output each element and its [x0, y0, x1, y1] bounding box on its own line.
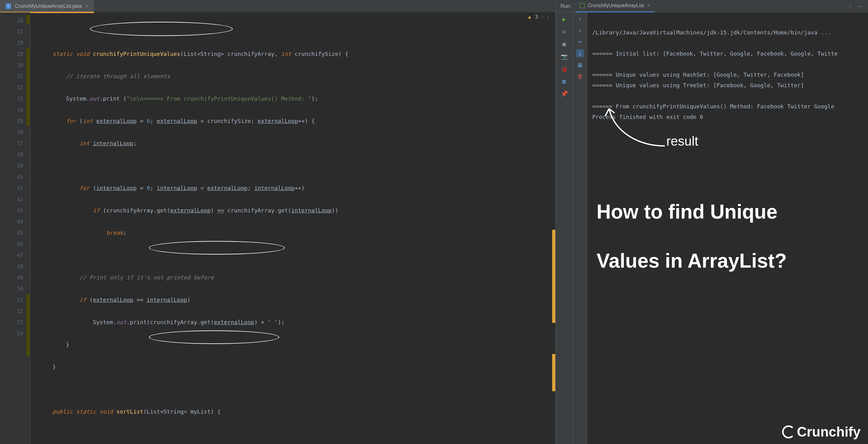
warning-count: 3 — [535, 14, 538, 20]
pin-icon[interactable]: 📌 — [561, 90, 568, 97]
down-icon[interactable]: ↓ — [577, 27, 584, 33]
gear-icon[interactable]: ⚙ — [561, 28, 568, 35]
up-icon[interactable]: ↑ — [577, 16, 584, 22]
run-action-gutter: ▶ ⚙ ■ 📷 🐞 ▥ 📌 — [556, 12, 573, 444]
gutter-line: 44 — [0, 216, 23, 227]
inspection-bar: ▲ 3 ↑ ↓ — [527, 14, 549, 20]
gutter-line: 34 — [0, 104, 23, 116]
run-header: Run: CrunchifyUniqueArrayList × ⋮ — — [556, 0, 868, 12]
stop-icon[interactable]: ■ — [561, 40, 568, 47]
editor-tab-bar: C CrunchifyUniqueArrayList.java × — [0, 0, 555, 12]
gutter-line: 53 — [0, 317, 23, 328]
gutter-line: 28 — [0, 37, 23, 49]
gutter-line: 39 — [0, 160, 23, 171]
soft-wrap-icon[interactable]: ↩ — [577, 38, 584, 45]
more-icon[interactable]: ⋮ — [847, 3, 852, 9]
gutter-line: 46 — [0, 238, 23, 249]
gutter-line: 49 — [0, 272, 23, 283]
gutter-line: 47 — [0, 249, 23, 261]
gutter-line: 48 — [0, 261, 23, 272]
gutter-line: 42 — [0, 194, 23, 205]
console-line: /Library/Java/JavaVirtualMachines/jdk-15… — [592, 29, 831, 36]
gutter-line: 29 — [0, 49, 23, 60]
trash-icon[interactable]: 🗑 — [577, 73, 584, 80]
result-label: result — [666, 136, 698, 147]
layout-icon[interactable]: ▥ — [561, 78, 568, 85]
gutter-line: 41 — [0, 183, 23, 194]
logo-icon — [782, 425, 795, 438]
camera-icon[interactable]: 📷 — [561, 53, 568, 60]
gutter-line: 43 — [0, 205, 23, 216]
editor-stripe[interactable] — [551, 28, 555, 444]
editor-tab[interactable]: C CrunchifyUniqueArrayList.java × — [0, 0, 94, 12]
minimize-icon[interactable]: — — [858, 3, 863, 9]
console[interactable]: /Library/Java/JavaVirtualMachines/jdk-15… — [587, 12, 868, 444]
gutter-line: 31 — [0, 71, 23, 82]
close-icon[interactable]: × — [647, 3, 650, 8]
file-icon: C — [6, 3, 11, 9]
gutter-line: 38 — [0, 149, 23, 160]
gutter: 26 27 28 29 30 31 32 33 34 35 36 37 38 3… — [0, 12, 30, 444]
console-line: ====== Unique values using TreeSet: [Fac… — [592, 82, 804, 88]
editor-pane: C CrunchifyUniqueArrayList.java × 26 27 … — [0, 0, 555, 444]
bug-icon[interactable]: 🐞 — [561, 65, 568, 72]
gutter-line: 30 — [0, 60, 23, 71]
print-icon[interactable]: 🖶 — [577, 61, 584, 68]
console-line: Process finished with exit code 0 — [592, 114, 703, 120]
run-config-name: CrunchifyUniqueArrayList — [588, 3, 644, 8]
gutter-line: 51 — [0, 294, 23, 305]
gutter-line: 26 — [0, 15, 23, 26]
console-line: ====== Initial list: [Facebook, Twitter,… — [592, 50, 838, 57]
gutter-line: 32 — [0, 82, 23, 93]
console-action-gutter: ↑ ↓ ↩ ⤓ 🖶 🗑 — [573, 12, 587, 444]
code-area[interactable]: 26 27 28 29 30 31 32 33 34 35 36 37 38 3… — [0, 12, 555, 444]
promo-title: How to find Unique Values in ArrayList? — [596, 177, 787, 296]
crunchify-logo: Crunchify — [782, 425, 861, 438]
prev-highlight-icon[interactable]: ↑ — [541, 14, 544, 20]
gutter-line: 35 — [0, 116, 23, 127]
gutter-line: 40 — [0, 171, 23, 183]
config-icon — [580, 3, 585, 8]
gutter-line: 52 — [0, 305, 23, 317]
scroll-to-end-icon[interactable]: ⤓ — [576, 49, 584, 57]
next-highlight-icon[interactable]: ↓ — [547, 14, 549, 20]
rerun-icon[interactable]: ▶ — [561, 16, 568, 22]
run-pane: Run: CrunchifyUniqueArrayList × ⋮ — ▶ ⚙ … — [555, 0, 868, 444]
warning-icon[interactable]: ▲ — [527, 14, 532, 20]
gutter-line: 27 — [0, 26, 23, 37]
console-line: ====== From crunchifyPrintUniqueValues()… — [592, 103, 838, 110]
run-config-tab[interactable]: CrunchifyUniqueArrayList × — [576, 0, 655, 12]
gutter-line: 37 — [0, 138, 23, 149]
gutter-line: 33 — [0, 93, 23, 104]
code-body[interactable]: static void crunchifyPrintUniqueValues(L… — [30, 12, 555, 444]
console-line: ====== Unique values using HashSet: [Goo… — [592, 71, 804, 78]
output-area: ▶ ⚙ ■ 📷 🐞 ▥ 📌 ↑ ↓ ↩ ⤓ 🖶 🗑 /Library/Java/… — [556, 12, 868, 444]
close-icon[interactable]: × — [85, 3, 88, 9]
gutter-line: 45 — [0, 227, 23, 238]
run-label: Run: — [561, 3, 571, 9]
editor-tab-label: CrunchifyUniqueArrayList.java — [15, 3, 82, 9]
gutter-line: 36 — [0, 127, 23, 138]
gutter-line: 54 — [0, 328, 23, 339]
gutter-line: 50 — [0, 283, 23, 294]
